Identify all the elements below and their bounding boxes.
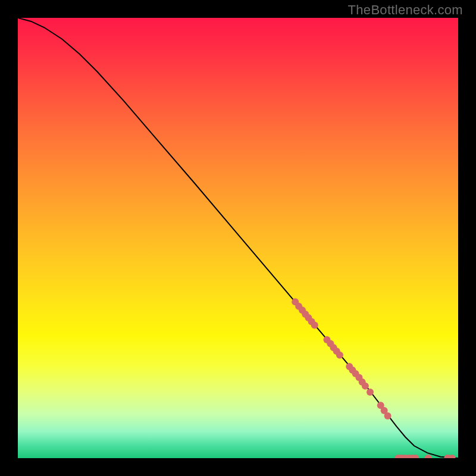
chart-marker — [367, 389, 374, 396]
chart-markers — [292, 298, 455, 458]
chart-marker — [362, 383, 369, 390]
chart-plot-area — [18, 18, 458, 458]
chart-curve — [18, 18, 458, 458]
chart-marker — [384, 412, 392, 419]
chart-marker — [449, 455, 456, 458]
chart-marker — [336, 352, 343, 359]
chart-marker — [311, 322, 318, 329]
chart-svg — [18, 18, 458, 458]
chart-marker — [425, 455, 432, 458]
attribution-text: TheBottleneck.com — [348, 2, 463, 18]
